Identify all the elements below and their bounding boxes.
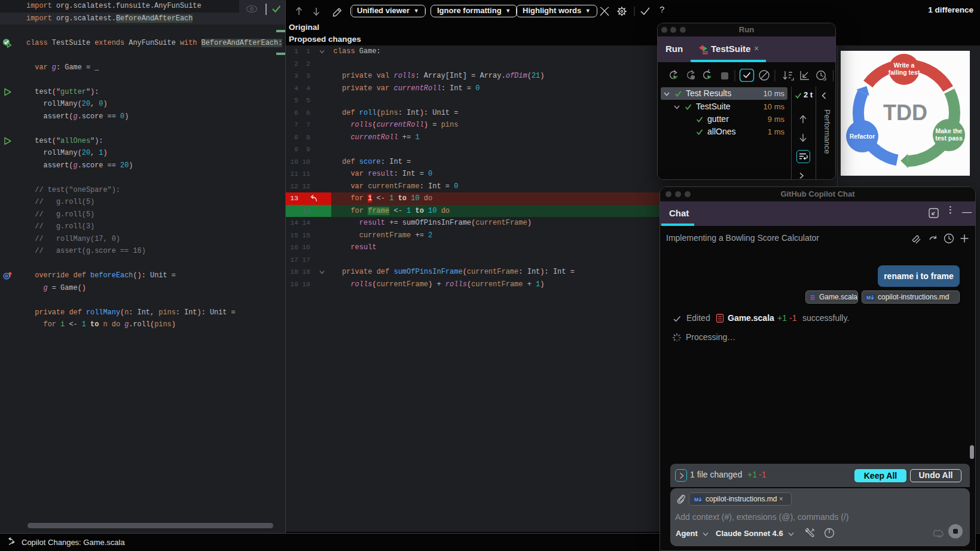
svg-text:Make the: Make the	[936, 127, 963, 134]
svg-text:failing test: failing test	[889, 69, 920, 76]
svg-text:M: M	[694, 496, 698, 502]
svg-text:M: M	[866, 294, 871, 300]
svg-text:Refactor: Refactor	[850, 133, 875, 140]
svg-text:test pass: test pass	[935, 134, 963, 142]
svg-text:Write a: Write a	[894, 62, 915, 69]
svg-text:TDD: TDD	[883, 100, 927, 125]
